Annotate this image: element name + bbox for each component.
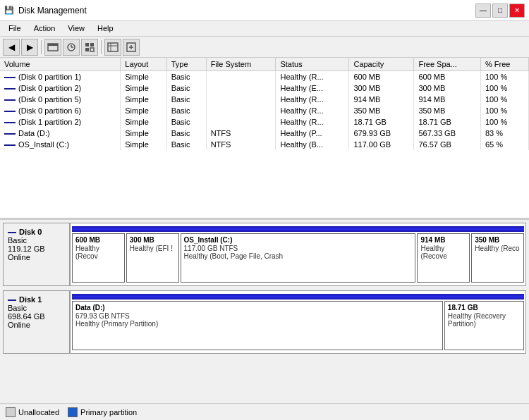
cell-pctfree: 100 % <box>480 105 528 116</box>
menu-view[interactable]: View <box>62 23 90 35</box>
table-row[interactable]: (Disk 0 partition 6)SimpleBasicHealthy (… <box>0 105 529 116</box>
cell-pctfree: 100 % <box>480 116 528 128</box>
cell-volume: (Disk 1 partition 2) <box>0 116 121 128</box>
part-desc: Healthy (Recovery Partition) <box>448 312 521 328</box>
col-freespace[interactable]: Free Spa... <box>414 58 481 71</box>
cell-pctfree: 83 % <box>480 128 528 139</box>
cell-layout: Simple <box>121 116 166 128</box>
partition-cell-1[interactable]: 18.71 GB Healthy (Recovery Partition) <box>444 301 524 350</box>
cell-status: Healthy (B... <box>276 139 349 150</box>
legend-primary-box <box>68 407 78 417</box>
toolbar-btn-1[interactable] <box>44 39 61 56</box>
table-row[interactable]: (Disk 1 partition 2)SimpleBasicHealthy (… <box>0 116 529 128</box>
cell-freespace: 76.57 GB <box>414 139 481 150</box>
cell-type: Basic <box>166 94 206 105</box>
volume-table-area: Volume Layout Type File System Status Ca… <box>0 58 529 220</box>
menu-action[interactable]: Action <box>28 23 61 35</box>
toolbar: ◀ ▶ <box>0 37 529 58</box>
svg-rect-5 <box>85 43 89 47</box>
cell-filesystem <box>206 116 276 128</box>
cell-freespace: 914 MB <box>414 94 481 105</box>
menu-help[interactable]: Help <box>92 23 119 35</box>
cell-capacity: 300 MB <box>349 82 414 94</box>
partition-cell-3[interactable]: 914 MB Healthy (Recove <box>417 233 470 283</box>
cell-filesystem: NTFS <box>206 128 276 139</box>
svg-rect-8 <box>90 48 94 51</box>
col-capacity[interactable]: Capacity <box>349 58 414 71</box>
toolbar-btn-3[interactable] <box>81 39 98 56</box>
cell-type: Basic <box>166 116 206 128</box>
part-subdesc: Healthy (Primary Partition) <box>75 320 439 328</box>
part-size: 18.71 GB <box>448 304 521 311</box>
partition-cell-1[interactable]: 300 MB Healthy (EFI ! <box>126 233 179 283</box>
cell-status: Healthy (R... <box>276 105 349 116</box>
legend-primary: Primary partition <box>68 407 137 417</box>
forward-button[interactable]: ▶ <box>21 39 38 56</box>
cell-status: Healthy (E... <box>276 82 349 94</box>
disk-status: Online <box>8 253 65 261</box>
cell-capacity: 350 MB <box>349 105 414 116</box>
cell-pctfree: 100 % <box>480 71 528 83</box>
table-row[interactable]: (Disk 0 partition 1)SimpleBasicHealthy (… <box>0 71 529 83</box>
toolbar-btn-5[interactable] <box>123 39 140 56</box>
partition-cell-0[interactable]: Data (D:) 679.93 GB NTFS Healthy (Primar… <box>72 301 443 350</box>
menu-file[interactable]: File <box>3 23 27 35</box>
cell-type: Basic <box>166 128 206 139</box>
part-desc: Healthy (EFI ! <box>130 245 176 252</box>
cell-freespace: 350 MB <box>414 105 481 116</box>
disk-status: Online <box>8 321 65 329</box>
part-size: Data (D:) <box>75 304 439 311</box>
partition-cell-0[interactable]: 600 MB Healthy (Recov <box>72 233 125 283</box>
cell-freespace: 300 MB <box>414 82 481 94</box>
part-label: OS_Install (C:) <box>184 236 413 244</box>
back-button[interactable]: ◀ <box>3 39 20 56</box>
cell-layout: Simple <box>121 139 166 150</box>
cell-type: Basic <box>166 105 206 116</box>
cell-layout: Simple <box>121 128 166 139</box>
cell-freespace: 18.71 GB <box>414 116 481 128</box>
disk-visual-area: Disk 0 Basic 119.12 GB Online600 MB Heal… <box>0 220 529 403</box>
maximize-button[interactable]: □ <box>492 4 508 18</box>
col-pctfree[interactable]: % Free <box>480 58 528 71</box>
disk-partitions-1: Data (D:) 679.93 GB NTFS Healthy (Primar… <box>71 291 525 353</box>
cell-freespace: 600 MB <box>414 71 481 83</box>
partition-cell-2[interactable]: OS_Install (C:) 117.00 GB NTFS Healthy (… <box>181 233 416 283</box>
toolbar-separator-1 <box>41 40 42 54</box>
close-button[interactable]: ✕ <box>509 4 525 18</box>
cell-status: Healthy (P... <box>276 128 349 139</box>
part-desc: Healthy (Recove <box>420 245 466 260</box>
col-layout[interactable]: Layout <box>121 58 166 71</box>
part-desc: Healthy (Recov <box>75 245 121 260</box>
window-controls: — □ ✕ <box>475 4 525 18</box>
table-row[interactable]: (Disk 0 partition 2)SimpleBasicHealthy (… <box>0 82 529 94</box>
part-size: 600 MB <box>75 236 121 244</box>
col-volume[interactable]: Volume <box>0 58 121 71</box>
cell-volume: (Disk 0 partition 5) <box>0 94 121 105</box>
disk-size: 698.64 GB <box>8 312 65 321</box>
volume-table: Volume Layout Type File System Status Ca… <box>0 58 529 150</box>
svg-rect-1 <box>48 44 58 46</box>
col-filesystem[interactable]: File System <box>206 58 276 71</box>
disk-row-0: Disk 0 Basic 119.12 GB Online600 MB Heal… <box>3 223 526 286</box>
legend-unallocated: Unallocated <box>6 407 59 417</box>
cell-filesystem <box>206 105 276 116</box>
toolbar-separator-2 <box>101 40 102 54</box>
table-row[interactable]: (Disk 0 partition 5)SimpleBasicHealthy (… <box>0 94 529 105</box>
minimize-button[interactable]: — <box>475 4 491 18</box>
title-bar: 💾 Disk Management — □ ✕ <box>0 0 529 21</box>
col-status[interactable]: Status <box>276 58 349 71</box>
cell-filesystem <box>206 94 276 105</box>
table-row[interactable]: Data (D:)SimpleBasicNTFSHealthy (P...679… <box>0 128 529 139</box>
cell-type: Basic <box>166 82 206 94</box>
toolbar-btn-4[interactable] <box>104 39 121 56</box>
toolbar-btn-2[interactable] <box>63 39 80 56</box>
partition-cell-4[interactable]: 350 MB Healthy (Reco <box>471 233 524 283</box>
cell-capacity: 117.00 GB <box>349 139 414 150</box>
col-type[interactable]: Type <box>166 58 206 71</box>
disk-partitions-0: 600 MB Healthy (Recov300 MB Healthy (EFI… <box>71 223 525 285</box>
svg-rect-6 <box>90 43 94 47</box>
cell-volume: OS_Install (C:) <box>0 139 121 150</box>
partition-bar <box>72 226 524 232</box>
part-subdesc: Healthy (Boot, Page File, Crash <box>184 252 413 260</box>
table-row[interactable]: OS_Install (C:)SimpleBasicNTFSHealthy (B… <box>0 139 529 150</box>
